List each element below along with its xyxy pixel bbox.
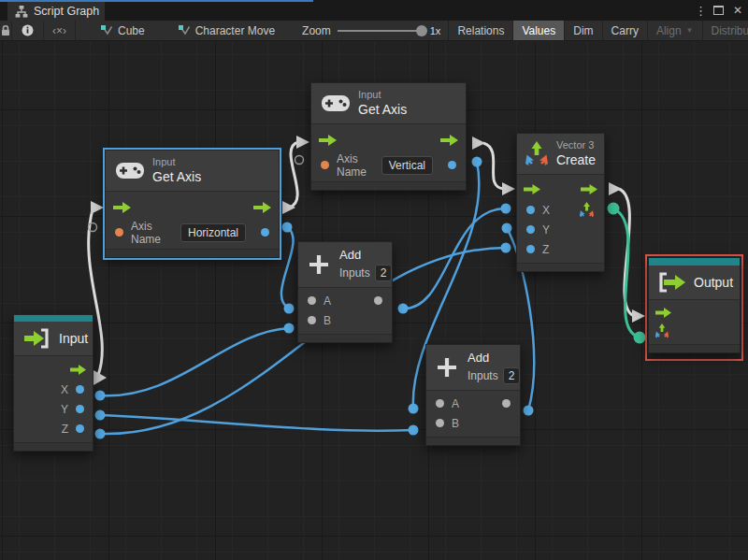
node-vector3-create[interactable]: Vector 3 Create X — [516, 133, 605, 272]
script-graph-asset-icon — [179, 25, 191, 36]
graph-ref-button[interactable]: Cube — [93, 21, 153, 40]
value-port-y[interactable] — [76, 405, 84, 413]
param-label: Axis Name — [131, 220, 173, 246]
zoom-label: Zoom — [302, 24, 331, 37]
maximize-icon[interactable] — [713, 6, 724, 15]
input-unit-icon — [22, 328, 50, 349]
zoom-slider-handle[interactable] — [416, 25, 427, 36]
inputs-label: Inputs — [468, 369, 498, 383]
port-label-a: A — [324, 294, 331, 308]
flow-in-arrow-icon[interactable] — [319, 135, 337, 146]
port-label-a: A — [452, 397, 459, 410]
node-kind-label: Input — [358, 89, 407, 102]
node-kind-label: Input — [152, 156, 201, 169]
add-sum-out-port[interactable] — [374, 296, 382, 305]
port-label-b: B — [452, 417, 459, 430]
add-in-port-a[interactable] — [308, 296, 316, 305]
node-add-2[interactable]: Add Inputs 2 A B — [425, 344, 521, 446]
graph-toolbar: ‹×› Cube Character Move Zoom 1x Relation… — [0, 21, 748, 41]
distribute-dropdown[interactable]: Distribute ▼ — [703, 21, 748, 40]
vector3-icon — [525, 141, 549, 166]
axis-name-value-field[interactable]: Vertical — [381, 156, 433, 175]
string-in-port[interactable] — [115, 228, 123, 237]
flow-out-arrow-icon[interactable] — [581, 184, 597, 194]
node-input-unit[interactable]: Input X Y Z — [13, 314, 94, 452]
value-port-x[interactable] — [76, 385, 84, 394]
info-icon — [22, 24, 34, 36]
node-title: Input — [59, 331, 88, 346]
node-title: Output — [694, 275, 733, 290]
zoom-slider[interactable] — [338, 30, 424, 32]
values-button[interactable]: Values — [513, 21, 565, 40]
flow-out-arrow-icon[interactable] — [70, 365, 86, 375]
graph-io-color-bar — [649, 258, 740, 266]
graph-io-color-bar — [14, 315, 93, 322]
graph-ref-label: Cube — [118, 24, 145, 37]
graph-hierarchy-icon — [15, 6, 28, 18]
node-title: Create — [556, 152, 596, 169]
add-sum-out-port[interactable] — [502, 399, 511, 408]
inputs-label: Inputs — [339, 266, 370, 280]
zoom-value: 1x — [430, 25, 441, 36]
close-icon[interactable]: ✕ — [733, 4, 742, 17]
align-dropdown[interactable]: Align ▼ — [648, 21, 703, 40]
node-output-unit[interactable]: Output — [648, 257, 741, 353]
inputs-count-field[interactable]: 2 — [503, 367, 521, 384]
tab-title: Script Graph — [34, 5, 99, 18]
graph-name-label: Character Move — [195, 24, 275, 37]
vector3-result-port[interactable] — [579, 202, 595, 218]
port-label-x: X — [542, 204, 550, 217]
port-label-b: B — [324, 314, 331, 327]
node-title: Add — [339, 248, 392, 263]
add-in-port-b[interactable] — [308, 316, 316, 324]
value-out-port[interactable] — [448, 161, 456, 169]
axis-name-value-field[interactable]: Horizontal — [180, 223, 246, 242]
lock-button[interactable] — [0, 21, 12, 40]
flow-in-arrow-icon[interactable] — [524, 184, 540, 194]
node-title: Add — [468, 351, 520, 366]
port-label-z: Z — [62, 423, 68, 436]
port-label-y: Y — [542, 223, 550, 237]
gamepad-icon — [322, 94, 350, 112]
tab-script-graph[interactable]: Script Graph — [7, 2, 105, 21]
flow-out-arrow-icon[interactable] — [253, 202, 271, 213]
value-port-z[interactable] — [76, 424, 84, 433]
add-in-port-b[interactable] — [436, 419, 444, 427]
port-label-z: Z — [542, 243, 549, 256]
zoom-control: Zoom 1x — [295, 21, 448, 40]
node-title: Get Axis — [358, 102, 407, 119]
dim-button[interactable]: Dim — [565, 21, 602, 40]
vector-in-port-x[interactable] — [526, 206, 535, 214]
gamepad-icon — [116, 162, 144, 179]
carry-button[interactable]: Carry — [603, 21, 648, 40]
node-get-axis-vertical[interactable]: Input Get Axis Axis Name Vertical — [310, 82, 467, 191]
chevron-down-icon: ▼ — [686, 26, 694, 35]
tab-bar: Script Graph ⋮ ✕ — [0, 0, 748, 21]
plus-icon — [436, 356, 458, 379]
vector-in-port-y[interactable] — [526, 225, 535, 234]
flow-in-arrow-icon[interactable] — [113, 202, 131, 213]
port-label-x: X — [61, 383, 68, 396]
window-menu-icon[interactable]: ⋮ — [695, 4, 704, 18]
port-label-y: Y — [61, 403, 68, 416]
flow-out-arrow-icon[interactable] — [440, 135, 458, 146]
node-title: Get Axis — [152, 169, 201, 186]
vector3-in-port[interactable] — [654, 323, 669, 338]
code-view-button[interactable]: ‹×› — [44, 21, 76, 40]
script-graph-window: Script Graph ⋮ ✕ ‹×› Cube — [0, 0, 748, 560]
add-in-port-a[interactable] — [436, 399, 444, 408]
value-out-port[interactable] — [261, 228, 269, 237]
node-add-1[interactable]: Add Inputs 2 A B — [297, 241, 393, 343]
inputs-count-field[interactable]: 2 — [375, 265, 393, 281]
graph-name-button[interactable]: Character Move — [170, 21, 283, 40]
flow-in-arrow-icon[interactable] — [655, 308, 671, 318]
plus-icon — [308, 253, 330, 276]
string-in-port[interactable] — [321, 161, 329, 169]
output-unit-icon — [657, 272, 685, 293]
vector-in-port-z[interactable] — [526, 245, 535, 253]
script-graph-asset-icon — [101, 25, 113, 36]
node-get-axis-horizontal[interactable]: Input Get Axis Axis Name Horizontal — [105, 150, 280, 258]
param-label: Axis Name — [337, 152, 374, 179]
relations-button[interactable]: Relations — [448, 21, 513, 40]
info-button[interactable] — [12, 21, 44, 40]
